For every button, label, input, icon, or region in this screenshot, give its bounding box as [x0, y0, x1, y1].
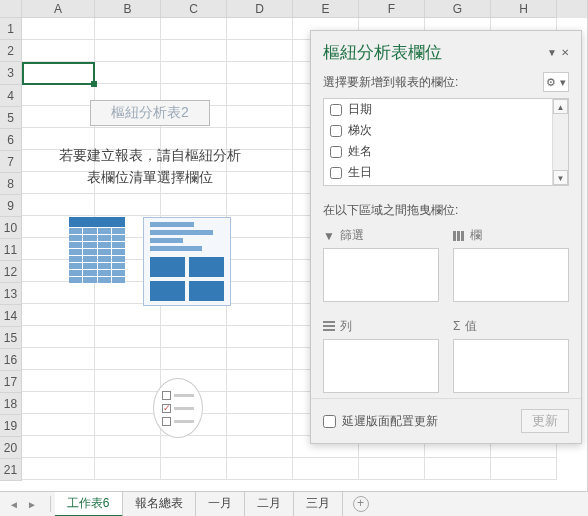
row-header-5[interactable]: 5: [0, 107, 22, 129]
sheet-tab[interactable]: 三月: [294, 492, 343, 517]
scroll-up-icon[interactable]: ▲: [553, 99, 568, 114]
columns-icon: [453, 231, 465, 241]
select-all-corner[interactable]: [0, 0, 22, 18]
sheet-tab[interactable]: 報名總表: [123, 492, 196, 517]
pivot-field-pane: 樞紐分析表欄位 ▼ ✕ 選擇要新增到報表的欄位: ⚙ ▾ 日期梯次姓名生日 ▲ …: [310, 30, 582, 444]
pivot-placeholder: 樞紐分析表2 若要建立報表，請自樞紐分析 表欄位清單選擇欄位: [45, 100, 255, 306]
update-button[interactable]: 更新: [521, 409, 569, 433]
drag-areas-label: 在以下區域之間拖曳欄位:: [311, 186, 581, 227]
row-header-9[interactable]: 9: [0, 195, 22, 217]
pivot-hint-text: 若要建立報表，請自樞紐分析 表欄位清單選擇欄位: [45, 144, 255, 189]
col-header-C[interactable]: C: [161, 0, 227, 18]
row-header-8[interactable]: 8: [0, 173, 22, 195]
row-header-6[interactable]: 6: [0, 129, 22, 151]
row-header-11[interactable]: 11: [0, 239, 22, 261]
row-header-2[interactable]: 2: [0, 40, 22, 62]
sigma-icon: Σ: [453, 319, 460, 333]
svg-rect-5: [323, 329, 335, 331]
row-header-1[interactable]: 1: [0, 18, 22, 40]
row-header-4[interactable]: 4: [0, 85, 22, 107]
pivot-illustration: [45, 217, 255, 306]
columns-area[interactable]: 欄: [453, 227, 569, 308]
sheet-tab[interactable]: 二月: [245, 492, 294, 517]
rows-area[interactable]: 列: [323, 318, 439, 399]
field-item[interactable]: 姓名: [324, 141, 568, 162]
row-headers[interactable]: 123456789101112131415161718192021: [0, 18, 22, 481]
defer-update-checkbox[interactable]: 延遲版面配置更新: [323, 413, 438, 430]
active-cell[interactable]: [22, 62, 95, 85]
sheet-tab-bar: ◄► 工作表6報名總表一月二月三月 +: [0, 491, 588, 516]
filter-area[interactable]: ▼篩選: [323, 227, 439, 308]
row-header-12[interactable]: 12: [0, 261, 22, 283]
svg-rect-1: [457, 231, 460, 241]
row-header-18[interactable]: 18: [0, 393, 22, 415]
pane-close-icon[interactable]: ✕: [561, 47, 569, 58]
values-area[interactable]: Σ值: [453, 318, 569, 399]
field-item[interactable]: 生日: [324, 162, 568, 183]
filter-icon: ▼: [323, 229, 335, 243]
svg-rect-2: [461, 231, 464, 241]
field-list[interactable]: 日期梯次姓名生日 ▲ ▼: [323, 98, 569, 186]
row-header-19[interactable]: 19: [0, 415, 22, 437]
row-header-3[interactable]: 3: [0, 62, 22, 85]
pane-title: 樞紐分析表欄位: [323, 41, 442, 64]
col-header-D[interactable]: D: [227, 0, 293, 18]
svg-rect-0: [453, 231, 456, 241]
col-header-E[interactable]: E: [293, 0, 359, 18]
field-item[interactable]: 梯次: [324, 120, 568, 141]
row-header-13[interactable]: 13: [0, 283, 22, 305]
col-header-G[interactable]: G: [425, 0, 491, 18]
col-header-H[interactable]: H: [491, 0, 557, 18]
row-header-16[interactable]: 16: [0, 349, 22, 371]
rows-icon: [323, 321, 335, 331]
row-header-14[interactable]: 14: [0, 305, 22, 327]
field-item[interactable]: 日期: [324, 99, 568, 120]
tab-nav-buttons[interactable]: ◄►: [0, 499, 46, 510]
checklist-overlay-icon: [153, 378, 203, 438]
col-header-B[interactable]: B: [95, 0, 161, 18]
sheet-tab[interactable]: 工作表6: [55, 492, 123, 517]
column-headers[interactable]: ABCDEFGH: [22, 0, 587, 18]
row-header-7[interactable]: 7: [0, 151, 22, 173]
row-header-15[interactable]: 15: [0, 327, 22, 349]
row-header-17[interactable]: 17: [0, 371, 22, 393]
row-header-21[interactable]: 21: [0, 459, 22, 481]
sheet-tab[interactable]: 一月: [196, 492, 245, 517]
field-scrollbar[interactable]: ▲ ▼: [552, 99, 568, 185]
pane-dropdown-icon[interactable]: ▼: [547, 47, 557, 58]
pane-options-button[interactable]: ⚙ ▾: [543, 72, 569, 92]
row-header-10[interactable]: 10: [0, 217, 22, 239]
svg-rect-4: [323, 325, 335, 327]
col-header-F[interactable]: F: [359, 0, 425, 18]
choose-fields-label: 選擇要新增到報表的欄位:: [323, 74, 458, 91]
col-header-A[interactable]: A: [22, 0, 95, 18]
add-sheet-button[interactable]: +: [353, 496, 369, 512]
svg-rect-3: [323, 321, 335, 323]
pivot-table-name: 樞紐分析表2: [90, 100, 210, 126]
scroll-down-icon[interactable]: ▼: [553, 170, 568, 185]
row-header-20[interactable]: 20: [0, 437, 22, 459]
